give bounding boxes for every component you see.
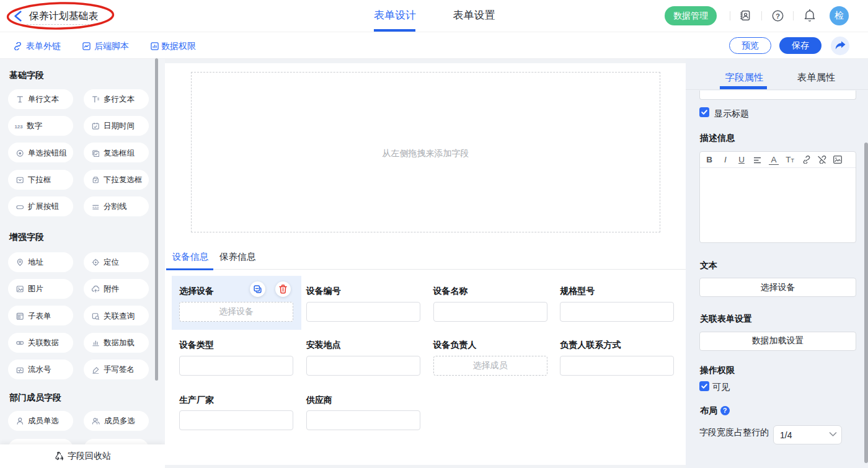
svg-text:?: ? xyxy=(776,12,780,19)
svg-text:123: 123 xyxy=(15,124,24,130)
